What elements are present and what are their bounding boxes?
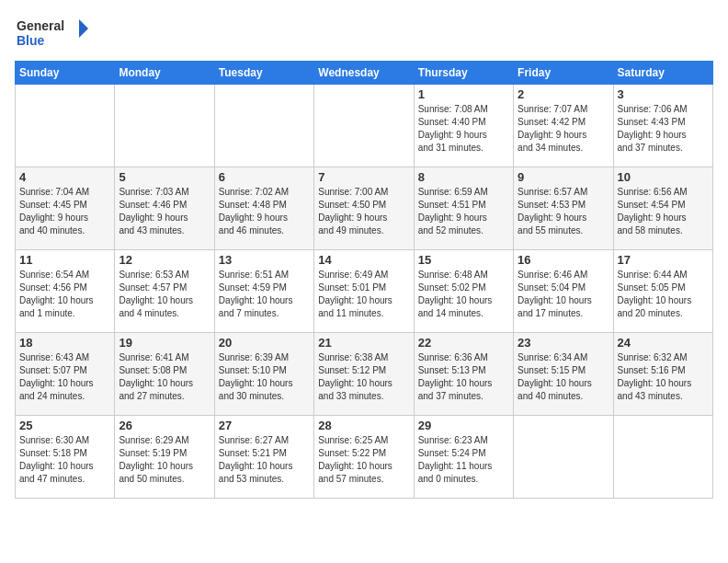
day-number: 6 [219, 170, 310, 184]
calendar-week: 11Sunrise: 6:54 AM Sunset: 4:56 PM Dayli… [16, 250, 713, 333]
calendar-cell: 12Sunrise: 6:53 AM Sunset: 4:57 PM Dayli… [115, 250, 214, 333]
day-info: Sunrise: 6:48 AM Sunset: 5:02 PM Dayligh… [418, 269, 509, 320]
day-number: 29 [418, 419, 509, 432]
day-info: Sunrise: 6:59 AM Sunset: 4:51 PM Dayligh… [418, 186, 509, 237]
day-number: 27 [219, 419, 310, 432]
day-info: Sunrise: 6:36 AM Sunset: 5:13 PM Dayligh… [418, 351, 509, 403]
calendar-header: SundayMondayTuesdayWednesdayThursdayFrid… [16, 62, 713, 85]
calendar-cell [115, 85, 214, 167]
day-info: Sunrise: 6:49 AM Sunset: 5:01 PM Dayligh… [318, 269, 409, 320]
day-number: 12 [119, 253, 210, 267]
day-number: 18 [19, 336, 110, 350]
day-number: 10 [618, 170, 709, 184]
day-number: 25 [19, 419, 110, 432]
day-number: 19 [119, 336, 210, 350]
day-number: 5 [119, 170, 210, 184]
calendar-cell: 27Sunrise: 6:27 AM Sunset: 5:21 PM Dayli… [214, 416, 313, 499]
calendar-cell [214, 85, 313, 167]
day-number: 13 [219, 253, 310, 267]
calendar-cell: 9Sunrise: 6:57 AM Sunset: 4:53 PM Daylig… [514, 167, 613, 250]
day-info: Sunrise: 6:23 AM Sunset: 5:24 PM Dayligh… [418, 434, 509, 486]
calendar-cell: 21Sunrise: 6:38 AM Sunset: 5:12 PM Dayli… [314, 333, 414, 416]
calendar-week: 4Sunrise: 7:04 AM Sunset: 4:45 PM Daylig… [16, 167, 713, 250]
calendar-cell [314, 85, 414, 167]
calendar-cell: 2Sunrise: 7:07 AM Sunset: 4:42 PM Daylig… [514, 85, 613, 167]
weekday-header: Friday [514, 62, 613, 85]
calendar-cell: 1Sunrise: 7:08 AM Sunset: 4:40 PM Daylig… [414, 85, 513, 167]
calendar-cell: 4Sunrise: 7:04 AM Sunset: 4:45 PM Daylig… [16, 167, 115, 250]
day-info: Sunrise: 6:44 AM Sunset: 5:05 PM Dayligh… [618, 269, 709, 320]
calendar-cell: 5Sunrise: 7:03 AM Sunset: 4:46 PM Daylig… [115, 167, 214, 250]
weekday-header: Saturday [613, 62, 712, 85]
weekday-header: Wednesday [314, 62, 414, 85]
day-number: 14 [318, 253, 409, 267]
calendar-body: 1Sunrise: 7:08 AM Sunset: 4:40 PM Daylig… [16, 85, 713, 499]
svg-text:General: General [17, 18, 64, 33]
day-info: Sunrise: 6:54 AM Sunset: 4:56 PM Dayligh… [19, 269, 110, 320]
day-info: Sunrise: 6:38 AM Sunset: 5:12 PM Dayligh… [318, 351, 409, 403]
calendar-week: 25Sunrise: 6:30 AM Sunset: 5:18 PM Dayli… [16, 416, 713, 499]
day-info: Sunrise: 6:51 AM Sunset: 4:59 PM Dayligh… [219, 269, 310, 320]
calendar-cell: 16Sunrise: 6:46 AM Sunset: 5:04 PM Dayli… [514, 250, 613, 333]
calendar-cell: 25Sunrise: 6:30 AM Sunset: 5:18 PM Dayli… [16, 416, 115, 499]
day-number: 8 [418, 170, 509, 184]
day-info: Sunrise: 7:00 AM Sunset: 4:50 PM Dayligh… [318, 186, 409, 237]
calendar-cell [514, 416, 613, 499]
calendar-cell [613, 416, 712, 499]
day-info: Sunrise: 7:03 AM Sunset: 4:46 PM Dayligh… [119, 186, 210, 237]
calendar-cell: 19Sunrise: 6:41 AM Sunset: 5:08 PM Dayli… [115, 333, 214, 416]
weekday-header: Sunday [16, 62, 115, 85]
day-number: 15 [418, 253, 509, 267]
weekday-header: Tuesday [214, 62, 313, 85]
day-info: Sunrise: 6:41 AM Sunset: 5:08 PM Dayligh… [119, 351, 210, 403]
weekday-row: SundayMondayTuesdayWednesdayThursdayFrid… [16, 62, 713, 85]
day-number: 3 [618, 87, 709, 101]
calendar-cell: 14Sunrise: 6:49 AM Sunset: 5:01 PM Dayli… [314, 250, 414, 333]
svg-text:Blue: Blue [17, 33, 45, 48]
day-number: 11 [19, 253, 110, 267]
calendar-cell: 13Sunrise: 6:51 AM Sunset: 4:59 PM Dayli… [214, 250, 313, 333]
calendar-cell: 10Sunrise: 6:56 AM Sunset: 4:54 PM Dayli… [613, 167, 712, 250]
day-info: Sunrise: 7:08 AM Sunset: 4:40 PM Dayligh… [418, 103, 509, 155]
day-info: Sunrise: 6:39 AM Sunset: 5:10 PM Dayligh… [219, 351, 310, 403]
day-number: 7 [318, 170, 409, 184]
calendar-cell: 26Sunrise: 6:29 AM Sunset: 5:19 PM Dayli… [115, 416, 214, 499]
day-number: 24 [618, 336, 709, 350]
day-number: 21 [318, 336, 409, 350]
calendar-cell: 22Sunrise: 6:36 AM Sunset: 5:13 PM Dayli… [414, 333, 513, 416]
day-info: Sunrise: 6:46 AM Sunset: 5:04 PM Dayligh… [518, 269, 609, 320]
calendar-cell: 23Sunrise: 6:34 AM Sunset: 5:15 PM Dayli… [514, 333, 613, 416]
weekday-header: Thursday [414, 62, 513, 85]
calendar-cell: 15Sunrise: 6:48 AM Sunset: 5:02 PM Dayli… [414, 250, 513, 333]
day-info: Sunrise: 6:32 AM Sunset: 5:16 PM Dayligh… [618, 351, 709, 403]
day-number: 23 [518, 336, 609, 350]
day-number: 9 [518, 170, 609, 184]
day-info: Sunrise: 6:34 AM Sunset: 5:15 PM Dayligh… [518, 351, 609, 403]
weekday-header: Monday [115, 62, 214, 85]
day-info: Sunrise: 6:29 AM Sunset: 5:19 PM Dayligh… [119, 434, 210, 486]
day-info: Sunrise: 6:57 AM Sunset: 4:53 PM Dayligh… [518, 186, 609, 237]
calendar-cell: 18Sunrise: 6:43 AM Sunset: 5:07 PM Dayli… [16, 333, 115, 416]
calendar-cell: 28Sunrise: 6:25 AM Sunset: 5:22 PM Dayli… [314, 416, 414, 499]
calendar-cell: 20Sunrise: 6:39 AM Sunset: 5:10 PM Dayli… [214, 333, 313, 416]
day-number: 26 [119, 419, 210, 432]
calendar-week: 18Sunrise: 6:43 AM Sunset: 5:07 PM Dayli… [16, 333, 713, 416]
day-info: Sunrise: 6:56 AM Sunset: 4:54 PM Dayligh… [618, 186, 709, 237]
day-number: 2 [518, 87, 609, 101]
calendar-cell [16, 85, 115, 167]
day-info: Sunrise: 6:53 AM Sunset: 4:57 PM Dayligh… [119, 269, 210, 320]
logo: General Blue [15, 15, 88, 52]
day-info: Sunrise: 7:07 AM Sunset: 4:42 PM Dayligh… [518, 103, 609, 155]
logo-svg: General Blue [15, 15, 88, 52]
svg-marker-2 [79, 19, 88, 38]
day-info: Sunrise: 6:25 AM Sunset: 5:22 PM Dayligh… [318, 434, 409, 486]
page-header: General Blue [15, 15, 713, 52]
day-info: Sunrise: 6:27 AM Sunset: 5:21 PM Dayligh… [219, 434, 310, 486]
day-number: 16 [518, 253, 609, 267]
day-number: 22 [418, 336, 509, 350]
day-info: Sunrise: 7:02 AM Sunset: 4:48 PM Dayligh… [219, 186, 310, 237]
day-number: 4 [19, 170, 110, 184]
calendar-cell: 24Sunrise: 6:32 AM Sunset: 5:16 PM Dayli… [613, 333, 712, 416]
day-number: 17 [618, 253, 709, 267]
day-number: 20 [219, 336, 310, 350]
